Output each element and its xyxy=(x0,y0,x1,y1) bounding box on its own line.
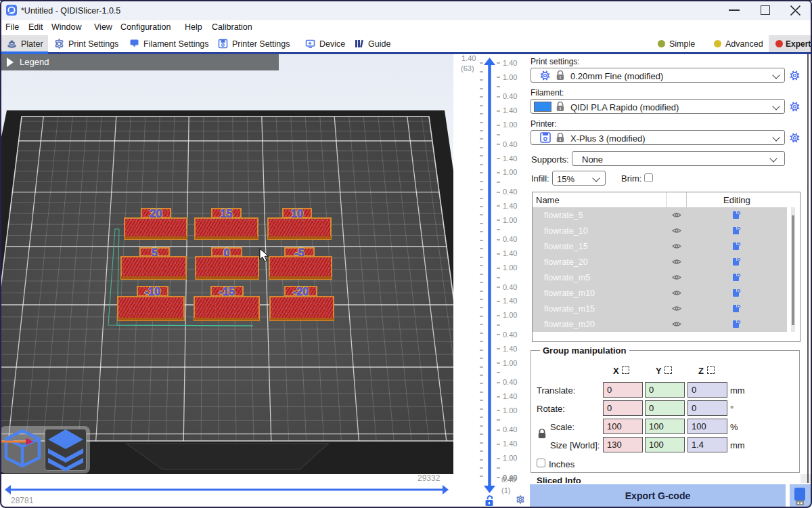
svg-text:1.40: 1.40 xyxy=(503,106,517,114)
svg-text:0.40: 0.40 xyxy=(503,378,517,386)
svg-text:1.40: 1.40 xyxy=(503,392,517,400)
svg-text:1.00: 1.00 xyxy=(503,311,517,319)
svg-text:1.40: 1.40 xyxy=(503,154,517,163)
svg-text:1.40: 1.40 xyxy=(503,202,517,210)
svg-text:1.40: 1.40 xyxy=(503,440,517,448)
svg-text:0.40: 0.40 xyxy=(503,92,517,100)
svg-text:1.00: 1.00 xyxy=(503,168,517,176)
svg-text:1.40: 1.40 xyxy=(461,54,476,62)
svg-text:1.40: 1.40 xyxy=(503,59,517,67)
svg-text:1.00: 1.00 xyxy=(503,121,517,129)
svg-text:1.40: 1.40 xyxy=(503,249,517,257)
svg-text:1.00: 1.00 xyxy=(503,454,517,462)
svg-text:0.40: 0.40 xyxy=(503,140,517,148)
svg-text:1.00: 1.00 xyxy=(503,216,517,224)
svg-text:(1): (1) xyxy=(501,486,510,494)
svg-text:1.00: 1.00 xyxy=(503,73,517,81)
svg-text:0.40: 0.40 xyxy=(503,283,517,291)
svg-text:0.40: 0.40 xyxy=(503,425,517,433)
svg-text:0.40: 0.40 xyxy=(503,188,517,196)
svg-text:(63): (63) xyxy=(461,64,474,72)
svg-text:1.00: 1.00 xyxy=(503,359,517,367)
svg-text:1.00: 1.00 xyxy=(503,406,517,415)
svg-text:1.40: 1.40 xyxy=(503,297,517,305)
svg-text:1.40: 1.40 xyxy=(503,345,517,353)
svg-text:0.40: 0.40 xyxy=(503,235,517,243)
svg-text:0.20: 0.20 xyxy=(503,474,517,482)
svg-text:1.00: 1.00 xyxy=(503,263,517,272)
svg-text:0.40: 0.40 xyxy=(503,331,517,339)
